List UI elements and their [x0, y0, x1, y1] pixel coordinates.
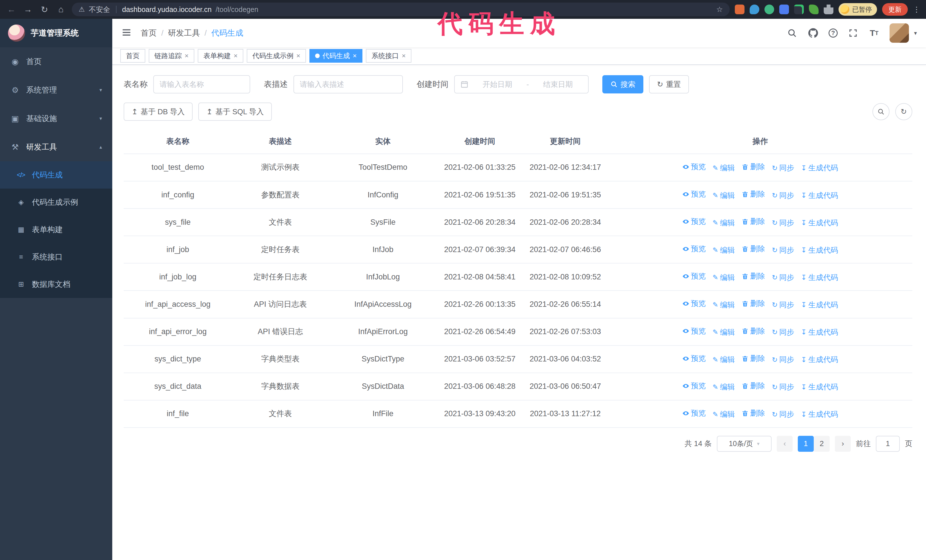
create-time-range-picker[interactable]: 开始日期 - 结束日期: [454, 75, 589, 94]
row-action-preview[interactable]: 预览: [682, 162, 706, 172]
tab-system-api[interactable]: 系统接口 ×: [366, 49, 412, 63]
row-action-edit[interactable]: ✎编辑: [713, 190, 735, 201]
row-action-generate-code[interactable]: ↧生成代码: [801, 163, 838, 174]
row-action-sync[interactable]: ↻同步: [772, 382, 794, 392]
avatar-caret-icon[interactable]: ▾: [914, 30, 917, 36]
tab-home[interactable]: 首页: [120, 49, 145, 63]
close-icon[interactable]: ×: [234, 53, 238, 59]
row-action-delete[interactable]: 删除: [741, 189, 765, 200]
extension-icon-6[interactable]: [809, 5, 819, 14]
sidebar-subitem-codegen[interactable]: </> 代码生成: [0, 161, 112, 189]
row-action-sync[interactable]: ↻同步: [772, 272, 794, 283]
sidebar-subitem-form-builder[interactable]: ▦ 表单构建: [0, 216, 112, 243]
tab-link-trace[interactable]: 链路追踪 ×: [149, 49, 194, 63]
search-icon[interactable]: [787, 27, 798, 39]
browser-forward-icon[interactable]: →: [22, 5, 33, 14]
row-action-generate-code[interactable]: ↧生成代码: [801, 300, 838, 311]
close-icon[interactable]: ×: [353, 53, 357, 59]
row-action-sync[interactable]: ↻同步: [772, 300, 794, 311]
table-desc-input[interactable]: [294, 75, 403, 94]
breadcrumb-home[interactable]: 首页: [141, 28, 157, 38]
extension-icon-2[interactable]: [750, 5, 759, 14]
sidebar-fold-icon[interactable]: [121, 27, 133, 39]
row-action-generate-code[interactable]: ↧生成代码: [801, 190, 838, 201]
prev-page-button[interactable]: ‹: [777, 436, 793, 452]
import-db-button[interactable]: ↥ 基于 DB 导入: [124, 103, 193, 121]
sidebar-subitem-system-api[interactable]: ≡ 系统接口: [0, 243, 112, 270]
row-action-edit[interactable]: ✎编辑: [713, 409, 735, 420]
browser-menu-icon[interactable]: ⋮: [913, 5, 920, 14]
sidebar-item-infrastructure[interactable]: ▣ 基础设施 ▾: [0, 104, 112, 133]
row-action-preview[interactable]: 预览: [682, 380, 706, 391]
row-action-generate-code[interactable]: ↧生成代码: [801, 245, 838, 256]
tab-codegen[interactable]: 代码生成 ×: [309, 49, 362, 63]
github-icon[interactable]: [808, 27, 819, 39]
page-button-1[interactable]: 1: [798, 436, 814, 452]
row-action-delete[interactable]: 删除: [741, 380, 765, 391]
row-action-preview[interactable]: 预览: [682, 189, 706, 200]
extensions-puzzle-icon[interactable]: [824, 5, 834, 14]
breadcrumb-dev-tools[interactable]: 研发工具: [168, 28, 200, 38]
tab-codegen-example[interactable]: 代码生成示例 ×: [247, 49, 306, 63]
row-action-generate-code[interactable]: ↧生成代码: [801, 272, 838, 283]
row-action-sync[interactable]: ↻同步: [772, 409, 794, 420]
row-action-sync[interactable]: ↻同步: [772, 163, 794, 174]
user-avatar[interactable]: [890, 23, 909, 43]
font-size-icon[interactable]: TT: [869, 27, 880, 39]
row-action-edit[interactable]: ✎编辑: [713, 217, 735, 228]
row-action-delete[interactable]: 删除: [741, 271, 765, 282]
browser-back-icon[interactable]: ←: [6, 5, 17, 14]
row-action-delete[interactable]: 删除: [741, 408, 765, 419]
row-action-edit[interactable]: ✎编辑: [713, 245, 735, 256]
row-action-generate-code[interactable]: ↧生成代码: [801, 409, 838, 420]
row-action-sync[interactable]: ↻同步: [772, 327, 794, 338]
row-action-delete[interactable]: 删除: [741, 162, 765, 172]
row-action-generate-code[interactable]: ↧生成代码: [801, 217, 838, 228]
bookmark-star-icon[interactable]: ☆: [716, 5, 723, 14]
sidebar-item-dev-tools[interactable]: ⚒ 研发工具 ▴: [0, 133, 112, 161]
next-page-button[interactable]: ›: [835, 436, 851, 452]
app-logo[interactable]: 芋道管理系统: [0, 19, 112, 47]
browser-update-button[interactable]: 更新: [882, 3, 908, 16]
page-size-select[interactable]: 10条/页 ▾: [717, 436, 772, 452]
row-action-preview[interactable]: 预览: [682, 271, 706, 282]
browser-home-icon[interactable]: ⌂: [55, 5, 67, 14]
extension-icon-3[interactable]: [764, 5, 774, 14]
help-icon[interactable]: ?: [829, 29, 838, 38]
refresh-table-button[interactable]: ↻: [895, 103, 912, 120]
sidebar-item-system-management[interactable]: ⚙ 系统管理 ▾: [0, 76, 112, 104]
row-action-preview[interactable]: 预览: [682, 353, 706, 364]
row-action-edit[interactable]: ✎编辑: [713, 354, 735, 365]
row-action-preview[interactable]: 预览: [682, 326, 706, 337]
browser-profile-paused-badge[interactable]: 已暂停: [838, 3, 877, 16]
row-action-preview[interactable]: 预览: [682, 216, 706, 227]
import-sql-button[interactable]: ↥ 基于 SQL 导入: [198, 103, 272, 121]
goto-page-input[interactable]: [876, 436, 900, 452]
row-action-preview[interactable]: 预览: [682, 243, 706, 254]
row-action-generate-code[interactable]: ↧生成代码: [801, 382, 838, 392]
row-action-sync[interactable]: ↻同步: [772, 217, 794, 228]
search-button[interactable]: 搜索: [602, 75, 643, 94]
row-action-preview[interactable]: 预览: [682, 298, 706, 309]
reset-button[interactable]: ↻ 重置: [649, 75, 689, 94]
fullscreen-icon[interactable]: [847, 27, 859, 39]
close-icon[interactable]: ×: [296, 53, 300, 59]
row-action-delete[interactable]: 删除: [741, 216, 765, 227]
row-action-generate-code[interactable]: ↧生成代码: [801, 327, 838, 338]
close-icon[interactable]: ×: [402, 53, 406, 59]
row-action-edit[interactable]: ✎编辑: [713, 327, 735, 338]
extension-icon-1[interactable]: [735, 5, 744, 14]
row-action-sync[interactable]: ↻同步: [772, 354, 794, 365]
row-action-sync[interactable]: ↻同步: [772, 245, 794, 256]
row-action-preview[interactable]: 预览: [682, 408, 706, 419]
sidebar-item-home[interactable]: ◉ 首页: [0, 47, 112, 76]
row-action-edit[interactable]: ✎编辑: [713, 163, 735, 174]
row-action-delete[interactable]: 删除: [741, 326, 765, 337]
extension-icon-4[interactable]: [779, 5, 789, 14]
row-action-edit[interactable]: ✎编辑: [713, 272, 735, 283]
close-icon[interactable]: ×: [185, 53, 189, 59]
tab-form-builder[interactable]: 表单构建 ×: [198, 49, 243, 63]
extension-icon-5[interactable]: [794, 5, 804, 14]
row-action-edit[interactable]: ✎编辑: [713, 300, 735, 311]
row-action-delete[interactable]: 删除: [741, 298, 765, 309]
